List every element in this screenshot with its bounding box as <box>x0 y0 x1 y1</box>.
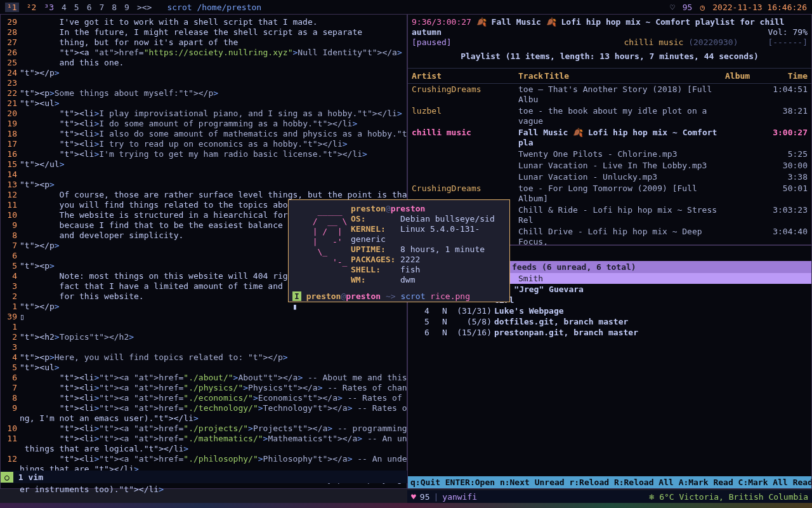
top-bar-right: ♡ 95 ◷ 2022-11-13 16:46:26 <box>670 3 807 12</box>
playlist-row[interactable]: luzbeltoe - the book about my idle plot … <box>408 105 811 127</box>
heart-icon: ♡ <box>670 3 675 12</box>
wifi-name: yanwifi <box>442 492 477 502</box>
playlist-row[interactable]: CrushingDreamstoe – That's Another Story… <box>408 84 811 105</box>
playlist-summary: Playlist (11 items, length: 13 hours, 7 … <box>412 51 808 62</box>
workspace-tag[interactable]: 9 <box>124 3 129 12</box>
workspace-tag[interactable]: ²2 <box>27 3 37 12</box>
editor-filename: 1 vim <box>18 472 43 482</box>
bottom-num: 95 <box>420 492 430 502</box>
playback-position: 9:36/3:00:27 <box>412 17 471 27</box>
playlist-row[interactable]: Twenty One Pilots - Chlorine.mp35:25 <box>408 149 811 160</box>
volume-label: Vol: 79% <box>768 27 808 37</box>
feeds-keybar: q:Quit ENTER:Open n:Next Unread r:Reload… <box>408 476 811 488</box>
heart-icon: ♥ <box>411 492 416 502</box>
playlist-row[interactable]: Lunar Vacation - Unlucky.mp33:38 <box>408 171 811 183</box>
ascii-logo: _____ / __ \ | / | | -' \_ '-_ <box>303 206 347 267</box>
prompt-text: preston <box>306 291 341 301</box>
weather-text: ❄ 6°C Victoria, British Columbia <box>650 492 808 502</box>
decorative-strip <box>0 503 812 508</box>
top-bar: ¹1²2³3456789><> scrot /home/preston ♡ 95… <box>0 0 812 14</box>
feed-row[interactable]: 6N(15/16)prestonpan.git, branch master <box>408 327 811 338</box>
playlist-row[interactable]: chilli musicFall Music 🍂 Lofi hip hop mi… <box>408 127 811 149</box>
battery-pct: 95 <box>683 3 693 12</box>
workspace-list[interactable]: ¹1²2³3456789><> <box>5 3 152 12</box>
workspace-tag[interactable]: 6 <box>87 3 92 12</box>
playlist-columns: Artist Track Title Album Time <box>408 68 811 84</box>
now-playing-artist: chilli music <box>624 37 683 47</box>
workspace-tag[interactable]: ³3 <box>44 3 54 12</box>
paused-badge: [paused] <box>412 37 452 47</box>
workspace-tag[interactable]: ><> <box>137 3 152 12</box>
workspace-tag[interactable]: 5 <box>74 3 79 12</box>
editor-status-bar: ○ 1 vim <box>1 471 408 483</box>
workspace-tag[interactable]: ¹1 <box>5 3 19 12</box>
fish-mode-badge: I <box>292 291 301 301</box>
progress-bar: [------] <box>768 37 808 48</box>
command: scrot <box>400 291 425 301</box>
editor-mode-badge: ○ <box>1 472 13 483</box>
workspace-tag[interactable]: 7 <box>99 3 104 12</box>
workspace-tag[interactable]: 4 <box>62 3 67 12</box>
feed-row[interactable]: 5N(5/8)dotfiles.git, branch master <box>408 316 811 327</box>
now-playing-year: (20220930) <box>688 37 738 47</box>
clock-icon: ◷ <box>700 3 705 12</box>
bottom-bar: ♥ 95 | yanwifi ❄ 6°C Victoria, British C… <box>407 490 812 503</box>
terminal-popup[interactable]: _____ / __ \ | / | | -' \_ '-_ preston@p… <box>288 199 510 302</box>
workspace-tag[interactable]: 8 <box>112 3 117 12</box>
window-title: scrot /home/preston <box>167 3 261 12</box>
clock-text: 2022-11-13 16:46:26 <box>712 3 807 12</box>
playlist-row[interactable]: Lunar Vacation - Live In The Lobby.mp330… <box>408 160 811 171</box>
